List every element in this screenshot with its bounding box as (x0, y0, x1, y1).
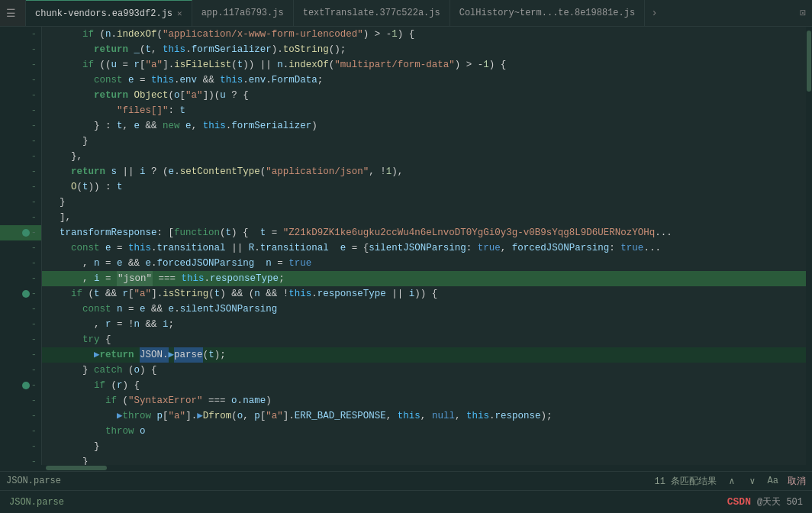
editor-container: - - - - - - - - - - - - - - - - - - - - … (0, 27, 812, 465)
bottom-search-text: JSON.parse (9, 497, 64, 508)
match-count: 11 条匹配结果 (655, 475, 717, 488)
tab-label: ColHistory~term...te.8e19881e.js (459, 8, 635, 18)
gutter-row: - (0, 103, 41, 118)
tab-layout-icon[interactable]: ⊡ (794, 7, 812, 19)
code-line: } (42, 439, 806, 454)
gutter-row: - (0, 88, 41, 103)
gutter-row: - (0, 302, 41, 317)
status-left: JSON.parse (6, 476, 655, 486)
gutter-row: - (0, 195, 41, 210)
cancel-search-button[interactable]: 取消 (788, 475, 806, 488)
code-line: } : t, e && new e, this.formSerializer) (42, 118, 806, 134)
gutter-row: - (0, 210, 41, 225)
gutter-row: - (0, 439, 41, 454)
code-line: ▶throw p["a"].▶Dfrom(o, p["a"].ERR_BAD_R… (42, 408, 806, 424)
scrollbar-thumb[interactable] (807, 31, 811, 92)
gutter-row: - (0, 256, 41, 271)
sidebar-toggle[interactable]: ☰ (0, 0, 26, 26)
gutter-row-active: - (0, 225, 41, 240)
code-lines: if (n.indexOf("application/x-www-form-ur… (42, 27, 806, 465)
gutter-row: - (0, 317, 41, 332)
gutter-row: - (0, 118, 41, 134)
code-line: ], (42, 210, 806, 225)
code-line: }, (42, 149, 806, 164)
gutter-row: - (0, 454, 41, 465)
tab-overflow[interactable]: › (645, 7, 663, 19)
gutter-row: - (0, 424, 41, 439)
gutter-row: - (0, 179, 41, 195)
code-line: if ((u = r["a"].isFileList(t)) || n.inde… (42, 57, 806, 73)
breakpoint-dot (22, 290, 30, 298)
code-line: } (42, 454, 806, 465)
tab-chunk-vendors[interactable]: chunk-vendors.ea993df2.js ✕ (26, 0, 192, 26)
gutter-row: - (0, 27, 41, 42)
tab-label: textTranslate.377c522a.js (303, 8, 440, 18)
gutter-row: - (0, 271, 41, 286)
gutter-row: - (0, 73, 41, 88)
gutter-row: - (0, 347, 41, 363)
code-line: const n = e && e.silentJSONParsing (42, 302, 806, 317)
status-search-term: JSON.parse (6, 476, 61, 486)
gutter-row: - (0, 42, 41, 57)
bottom-right-info: CSDN @天天 501 (727, 495, 803, 508)
gutter-row: - (0, 286, 41, 302)
code-line: const e = this.transitional || R.transit… (42, 240, 806, 256)
code-line: if (r) { (42, 378, 806, 393)
gutter-row: - (0, 57, 41, 73)
gutter-row: - (0, 363, 41, 378)
code-line: return _(t, this.formSerializer).toStrin… (42, 42, 806, 57)
code-line: try { (42, 332, 806, 347)
case-sensitive-button[interactable]: Aa (768, 476, 778, 486)
code-line: , r = !n && i; (42, 317, 806, 332)
csdn-logo: CSDN (727, 496, 751, 508)
code-line: "files[]": t (42, 103, 806, 118)
gutter-row: - (0, 164, 41, 179)
code-line: O(t)) : t (42, 179, 806, 195)
gutter-row: - (0, 393, 41, 408)
tab-col-history[interactable]: ColHistory~term...te.8e19881e.js (450, 0, 645, 26)
code-line: , n = e && e.forcedJSONParsing n = true (42, 256, 806, 271)
user-info: @天天 501 (757, 495, 803, 508)
breakpoint-dot (22, 229, 30, 237)
code-editor[interactable]: if (n.indexOf("application/x-www-form-ur… (42, 27, 806, 465)
code-line: const e = this.env && this.env.FormData; (42, 73, 806, 88)
code-line: if (n.indexOf("application/x-www-form-ur… (42, 27, 806, 42)
gutter-row: - (0, 240, 41, 256)
vertical-scrollbar[interactable] (806, 27, 812, 465)
code-line: } catch (o) { (42, 363, 806, 378)
tab-label: chunk-vendors.ea993df2.js (35, 8, 172, 19)
sidebar-icon: ☰ (6, 7, 16, 20)
gutter-row: - (0, 149, 41, 164)
gutter-row: - (0, 408, 41, 424)
breakpoint-dot (22, 382, 30, 389)
code-line: transformResponse: [function(t) { t = "Z… (42, 225, 806, 240)
code-line: } (42, 134, 806, 149)
line-gutter: - - - - - - - - - - - - - - - - - - - - … (0, 27, 42, 465)
gutter-row: - (0, 378, 41, 393)
bottom-bar: JSON.parse CSDN @天天 501 (0, 490, 812, 513)
tab-label: app.117a6793.js (201, 8, 284, 18)
status-right: 11 条匹配结果 ∧ ∨ Aa 取消 (655, 475, 806, 488)
tab-app[interactable]: app.117a6793.js (192, 0, 294, 26)
code-line: throw o (42, 424, 806, 439)
code-line: } (42, 195, 806, 210)
code-line: return Object(o["a"])(u ? { (42, 88, 806, 103)
tab-bar: ☰ chunk-vendors.ea993df2.js ✕ app.117a67… (0, 0, 812, 27)
code-line: return s || i ? (e.setContentType("appli… (42, 164, 806, 179)
gutter-row: - (0, 134, 41, 149)
h-scrollbar-thumb[interactable] (46, 466, 107, 470)
status-bar: JSON.parse 11 条匹配结果 ∧ ∨ Aa 取消 (0, 471, 812, 490)
nav-up-button[interactable]: ∧ (726, 476, 737, 487)
tab-text-translate[interactable]: textTranslate.377c522a.js (294, 0, 450, 26)
code-line: if (t && r["a"].isString(t) && (n && !th… (42, 286, 806, 302)
code-line-json-parse: ▶return JSON.▶parse(t); (42, 347, 806, 363)
code-line: if ("SyntaxError" === o.name) (42, 393, 806, 408)
close-icon[interactable]: ✕ (177, 8, 182, 18)
code-line-highlighted: , i = "json" === this.responseType; (42, 271, 806, 286)
horizontal-scrollbar[interactable] (0, 465, 812, 471)
nav-down-button[interactable]: ∨ (746, 476, 758, 487)
gutter-row: - (0, 332, 41, 347)
